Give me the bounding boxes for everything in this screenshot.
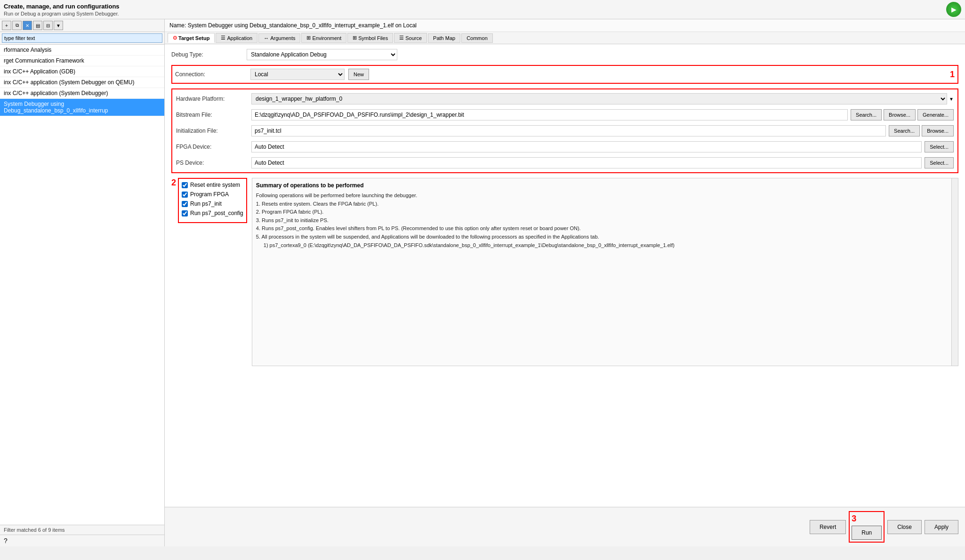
- bitstream-row: Bitstream File: E:\dzqgit\zynq\AD_DA_PSF…: [176, 109, 954, 120]
- tab-path-map[interactable]: Path Map: [428, 33, 460, 43]
- bitstream-label: Bitstream File:: [176, 112, 251, 118]
- duplicate-button[interactable]: ⧉: [12, 21, 22, 30]
- bitstream-search-button[interactable]: Search...: [851, 109, 882, 120]
- hw-platform-section: Hardware Platform: design_1_wrapper_hw_p…: [171, 88, 958, 173]
- delete-button[interactable]: ✕: [23, 21, 32, 30]
- run-close-box: 3 Run: [849, 511, 885, 543]
- program-fpga-checkbox-item: Program FPGA: [182, 191, 243, 198]
- hardware-platform-select[interactable]: design_1_wrapper_hw_platform_0: [251, 93, 947, 104]
- bottom-buttons: Revert 3 Run Close Apply: [810, 511, 958, 543]
- reset-checkbox-item: Reset entire system: [182, 182, 243, 188]
- ps-device-buttons: Select...: [925, 157, 954, 168]
- platform-dropdown-arrow: ▼: [949, 96, 954, 102]
- debug-type-row: Debug Type: Standalone Application Debug: [171, 49, 958, 60]
- tabs-bar: ⊙ Target Setup ☰ Application ↔ Arguments…: [165, 32, 965, 44]
- reset-label: Reset entire system: [190, 182, 240, 188]
- reset-checkbox[interactable]: [182, 182, 188, 188]
- run-button[interactable]: Run: [852, 526, 882, 540]
- init-file-buttons: Search... Browse...: [889, 125, 954, 136]
- program-fpga-checkbox[interactable]: [182, 192, 188, 198]
- top-bar: Create, manage, and run configurations R…: [0, 0, 965, 19]
- init-browse-button[interactable]: Browse...: [922, 125, 954, 136]
- new-connection-button[interactable]: New: [348, 69, 369, 80]
- more-button[interactable]: ▼: [54, 21, 63, 30]
- left-panel: + ⧉ ✕ ▤ ⊟ ▼ rformance Analysis rget Comm…: [0, 19, 165, 546]
- application-icon: ☰: [221, 35, 225, 41]
- list-item[interactable]: inx C/C++ application (System Debugger o…: [0, 77, 164, 88]
- summary-line-1: 1. Resets entire system. Clears the FPGA…: [256, 200, 954, 208]
- fpga-device-row: FPGA Device: Auto Detect Select...: [176, 141, 954, 152]
- summary-section: Summary of operations to be performed Fo…: [252, 178, 958, 366]
- arguments-icon: ↔: [264, 35, 269, 41]
- revert-button[interactable]: Revert: [810, 520, 846, 534]
- help-icon[interactable]: ?: [4, 537, 8, 544]
- ps-select-button[interactable]: Select...: [925, 157, 954, 168]
- annotation-2: 2: [171, 178, 176, 188]
- list-item[interactable]: inx C/C++ application (System Debugger): [0, 88, 164, 99]
- debug-type-select[interactable]: Standalone Application Debug: [247, 49, 397, 60]
- debug-type-label: Debug Type:: [171, 51, 247, 58]
- tab-symbol-files[interactable]: ⊞ Symbol Files: [347, 33, 393, 43]
- filter-status: Filter matched 6 of 9 items: [0, 525, 164, 535]
- checkboxes-section: Reset entire system Program FPGA Run ps7…: [178, 178, 247, 223]
- run-ps7-init-label: Run ps7_init: [190, 200, 222, 207]
- ps-device-row: PS Device: Auto Detect Select...: [176, 157, 954, 168]
- filter-button[interactable]: ▤: [33, 21, 42, 30]
- connection-select[interactable]: Local: [250, 69, 345, 80]
- checkboxes-container: 2 Reset entire system Program FPGA: [171, 178, 247, 366]
- summary-scrollbar[interactable]: [951, 178, 958, 366]
- ps-device-label: PS Device:: [176, 160, 251, 166]
- summary-line-2: 2. Program FPGA fabric (PL).: [256, 208, 954, 216]
- collapse-button[interactable]: ⊟: [43, 21, 53, 30]
- program-fpga-label: Program FPGA: [190, 191, 229, 198]
- list-item[interactable]: inx C/C++ Application (GDB): [0, 66, 164, 77]
- fpga-device-label: FPGA Device:: [176, 144, 251, 150]
- hardware-platform-row: Hardware Platform: design_1_wrapper_hw_p…: [176, 93, 954, 104]
- summary-line-3: 3. Runs ps7_init to initialize PS.: [256, 216, 954, 225]
- dialog-subtitle: Run or Debug a program using System Debu…: [4, 11, 120, 16]
- summary-text: Following operations will be performed b…: [256, 192, 954, 249]
- tab-target-setup[interactable]: ⊙ Target Setup: [168, 33, 215, 43]
- content-area: Debug Type: Standalone Application Debug…: [165, 44, 965, 507]
- hardware-platform-label: Hardware Platform:: [176, 96, 251, 102]
- connection-control: Local New: [250, 69, 369, 80]
- bitstream-value: E:\dzqgit\zynq\AD_DA_PSFIFO\AD_DA_PSFIFO…: [251, 109, 848, 120]
- source-icon: ☰: [399, 35, 404, 41]
- config-name: Name: System Debugger using Debug_standa…: [165, 19, 965, 32]
- run-icon[interactable]: ▶: [946, 2, 961, 17]
- list-item-selected[interactable]: System Debugger using Debug_standalone_b…: [0, 99, 164, 116]
- bitstream-generate-button[interactable]: Generate...: [917, 109, 954, 120]
- debug-type-control: Standalone Application Debug: [247, 49, 958, 60]
- lower-section: 2 Reset entire system Program FPGA: [171, 178, 958, 366]
- fpga-device-value: Auto Detect: [251, 141, 922, 152]
- annotation-1: 1: [950, 70, 955, 80]
- bitstream-buttons: Search... Browse... Generate...: [851, 109, 954, 120]
- run-ps7-post-checkbox[interactable]: [182, 210, 188, 216]
- apply-button[interactable]: Apply: [925, 520, 958, 534]
- tab-common[interactable]: Common: [461, 33, 493, 43]
- list-item[interactable]: rget Communication Framework: [0, 56, 164, 66]
- init-search-button[interactable]: Search...: [889, 125, 920, 136]
- filter-input[interactable]: [2, 33, 162, 43]
- list-item[interactable]: rformance Analysis: [0, 45, 164, 56]
- tab-arguments[interactable]: ↔ Arguments: [258, 33, 300, 43]
- tab-application[interactable]: ☰ Application: [216, 33, 257, 43]
- tab-source[interactable]: ☰ Source: [394, 33, 427, 43]
- annotation-3: 3: [852, 514, 879, 524]
- tab-environment[interactable]: ⊞ Environment: [301, 33, 346, 43]
- summary-line-5: 5. All processors in the system will be …: [256, 233, 954, 241]
- fpga-select-button[interactable]: Select...: [925, 141, 954, 152]
- init-file-label: Initialization File:: [176, 128, 251, 134]
- run-ps7-init-checkbox[interactable]: [182, 201, 188, 207]
- run-ps7-post-checkbox-item: Run ps7_post_config: [182, 210, 243, 216]
- bitstream-browse-button[interactable]: Browse...: [884, 109, 916, 120]
- fpga-device-buttons: Select...: [925, 141, 954, 152]
- summary-line-6: 1) ps7_cortexa9_0 (E:\dzqgit\zynq\AD_DA_…: [256, 241, 954, 250]
- config-list: rformance Analysis rget Communication Fr…: [0, 45, 164, 525]
- toolbar: + ⧉ ✕ ▤ ⊟ ▼: [0, 19, 164, 32]
- init-file-row: Initialization File: ps7_init.tcl Search…: [176, 125, 954, 136]
- environment-icon: ⊞: [306, 35, 311, 41]
- symbol-files-icon: ⊞: [353, 35, 357, 41]
- close-button[interactable]: Close: [887, 520, 922, 534]
- new-config-button[interactable]: +: [2, 21, 11, 30]
